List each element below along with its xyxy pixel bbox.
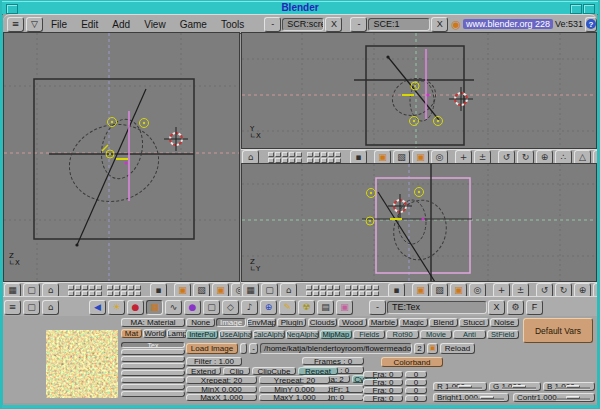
texture-channel-4[interactable] (121, 363, 185, 369)
layer-toggle[interactable] (82, 285, 88, 290)
sound-icon[interactable]: ♪ (241, 300, 258, 315)
scene-delete-button[interactable]: X (431, 17, 448, 32)
window-iconify-box[interactable] (570, 4, 582, 14)
texture-channel-6[interactable] (121, 377, 185, 383)
menu-file[interactable]: File (51, 19, 67, 30)
window-maximize-box[interactable] (583, 4, 595, 14)
script-icon[interactable]: ▤ (317, 300, 334, 315)
screen-name-field[interactable]: SCR:screen.001 (282, 18, 324, 31)
maxx-number[interactable]: MaxX 1.000 (186, 394, 257, 401)
material-icon[interactable]: ● (127, 300, 144, 315)
layer-toggle[interactable] (307, 152, 313, 157)
flag-usealpha-button[interactable]: UseAlpha (219, 330, 251, 339)
type-none-button[interactable]: None (186, 318, 215, 327)
layer-toggle[interactable] (107, 285, 113, 290)
layer-toggle[interactable] (96, 291, 102, 296)
type-image-button[interactable]: Image (216, 318, 245, 327)
layer-toggle[interactable] (314, 158, 320, 163)
layer-toggle[interactable] (328, 152, 334, 157)
fra-number-2[interactable]: Fra: 0 (363, 379, 403, 386)
flag-anti-button[interactable]: Anti (453, 330, 485, 339)
layer-toggle[interactable] (345, 291, 351, 296)
layer-toggle[interactable] (282, 158, 288, 163)
texture-channel-5[interactable] (121, 370, 185, 376)
layer-toggle[interactable] (68, 291, 74, 296)
xrepeat-number[interactable]: Xrepeat: 20 (186, 376, 257, 384)
texture-channel-8[interactable] (121, 391, 185, 397)
image-icon[interactable]: ▣ (336, 300, 353, 315)
layer-toggle[interactable] (82, 291, 88, 296)
layer-toggle[interactable] (313, 285, 319, 290)
list-icon[interactable]: ≡ (4, 300, 21, 315)
flag-negalpha-button[interactable]: NegAlpha (286, 330, 318, 339)
layer-toggle[interactable] (289, 158, 295, 163)
layer-toggle[interactable] (314, 152, 320, 157)
flag-calcalpha-button[interactable]: CalcAlpha (253, 330, 285, 339)
cursor-3d[interactable] (449, 87, 473, 111)
maxy-number[interactable]: MaxY 1.000 (259, 394, 330, 401)
slider-knob[interactable] (480, 396, 494, 399)
layer-toggle[interactable] (289, 152, 295, 157)
map-repeat-button[interactable]: Repeat (298, 367, 338, 375)
layer-toggle[interactable] (135, 285, 141, 290)
lamp-icon[interactable]: ☀ (108, 300, 125, 315)
screen-browse-button[interactable]: - (264, 17, 281, 32)
target-world-button[interactable]: World (143, 329, 166, 338)
fra-dur-number-3[interactable]: 0 (405, 387, 427, 394)
layer-toggle[interactable] (107, 291, 113, 296)
slider-knob[interactable] (566, 396, 580, 399)
paint-icon[interactable]: ✎ (279, 300, 296, 315)
menu-tools[interactable]: Tools (221, 19, 244, 30)
default-vars-button[interactable]: Default Vars (523, 318, 593, 343)
filter-number[interactable]: Filter : 1.00 (186, 357, 242, 366)
viewport-top[interactable]: Y∟X (241, 32, 597, 149)
colorband-button[interactable]: Colorband (381, 357, 443, 367)
map-extend-button[interactable]: Extend (186, 367, 221, 375)
image-path-field[interactable]: /home/katja/blendertoyroom/flowermeadow.… (260, 343, 412, 354)
layer-toggle[interactable] (96, 285, 102, 290)
buttons-window-header[interactable]: ≡▢⌂◀☀●▦∿●▢◇♪⊕✎☢▤▣-TE:TexX⚙F (3, 296, 597, 318)
anim-icon[interactable]: ∿ (165, 300, 182, 315)
layer-toggle[interactable] (296, 158, 302, 163)
menu-view[interactable]: View (144, 19, 166, 30)
layer-toggle[interactable] (268, 152, 274, 157)
layer-toggle[interactable] (328, 158, 334, 163)
viewport-front[interactable]: Z∟X (3, 32, 240, 282)
fra-dur-number-2[interactable]: 0 (405, 379, 427, 386)
flag-stfield-button[interactable]: StField (487, 330, 519, 339)
slider-knob[interactable] (512, 385, 526, 388)
menu-game[interactable]: Game (180, 19, 207, 30)
fra-dur-number-4[interactable]: 0 (405, 395, 427, 402)
image-users-button[interactable]: 2 (414, 343, 425, 354)
layer-toggle[interactable] (327, 291, 333, 296)
collapse-menu-icon[interactable]: ▽ (26, 17, 43, 32)
view-icon[interactable]: ◀ (89, 300, 106, 315)
image-browse-button[interactable] (240, 343, 247, 354)
titlebar[interactable]: Blender (2, 1, 598, 15)
layer-toggle[interactable] (345, 285, 351, 290)
fullscreen-icon[interactable]: ▢ (23, 300, 40, 315)
circle-mesh[interactable] (61, 115, 168, 212)
reload-button[interactable]: Reload (440, 343, 475, 354)
type-wood-button[interactable]: Wood (338, 318, 367, 327)
home-icon[interactable]: ⌂ (42, 300, 59, 315)
fx-icon[interactable]: ◇ (222, 300, 239, 315)
auto-icon[interactable]: ⚙ (507, 300, 524, 315)
layer-toggle[interactable] (135, 291, 141, 296)
pack-image-button[interactable]: ▣ (427, 343, 438, 354)
cube-wireframe[interactable] (34, 79, 194, 239)
layer-toggle[interactable] (275, 152, 281, 157)
layer-toggle[interactable] (327, 285, 333, 290)
texture-icon[interactable]: ▦ (146, 300, 163, 315)
layer-toggle[interactable] (275, 158, 281, 163)
slider-knob[interactable] (458, 385, 472, 388)
flag-fields-button[interactable]: Fields (353, 330, 385, 339)
load-image-button[interactable]: Load Image (186, 343, 238, 354)
type-plugin-button[interactable]: Plugin (277, 318, 306, 327)
layer-toggle[interactable] (68, 285, 74, 290)
material-link-label[interactable]: MA: Material (121, 318, 185, 327)
fra-dur-number-1[interactable]: 0 (405, 371, 427, 378)
texture-minus-button[interactable]: - (369, 300, 386, 315)
map-clipcube-button[interactable]: ClipCube (252, 367, 296, 375)
layer-toggle[interactable] (352, 291, 358, 296)
